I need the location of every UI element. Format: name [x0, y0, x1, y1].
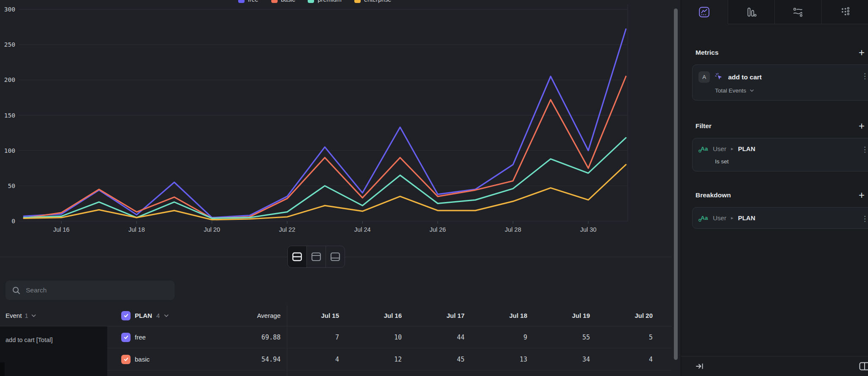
- add-filter-button[interactable]: +: [859, 121, 865, 131]
- search-row: Search: [6, 281, 672, 300]
- svg-text:Jul 30: Jul 30: [580, 226, 597, 233]
- table-header: Event 1 PLAN 4 Average Jul 15Jul: [0, 305, 672, 326]
- breakdown-title: Breakdown: [696, 191, 731, 199]
- scroll-corner: [0, 362, 5, 376]
- legend-swatch: [308, 0, 314, 3]
- row-label: basic: [135, 356, 150, 363]
- legend-swatch: [271, 0, 278, 3]
- analytics-app: freebasicpremiumenterprise 0501001502002…: [0, 0, 868, 376]
- table-row-premium: premium33.0057275274: [107, 370, 672, 376]
- tab-bar-chart[interactable]: [728, 0, 775, 24]
- row-value: 5: [601, 334, 664, 341]
- chart-line-free[interactable]: [24, 29, 626, 218]
- legend-item-free[interactable]: free: [238, 0, 259, 3]
- add-breakdown-button[interactable]: +: [859, 190, 865, 200]
- events-line-chart[interactable]: 050100150200250300Jul 16Jul 18Jul 20Jul …: [0, 0, 672, 238]
- chart-legend: freebasicpremiumenterprise: [0, 0, 629, 3]
- filter-card[interactable]: Aa User ▸ PLAN ⋮ Is set: [692, 138, 868, 171]
- kebab-menu-icon[interactable]: ⋮: [861, 72, 868, 81]
- kebab-menu-icon[interactable]: ⋮: [861, 145, 868, 154]
- legend-swatch: [238, 0, 245, 3]
- vertical-scrollbar[interactable]: [674, 8, 678, 360]
- event-label: Event: [6, 312, 22, 319]
- svg-text:Jul 24: Jul 24: [354, 226, 371, 233]
- legend-item-premium[interactable]: premium: [308, 0, 341, 3]
- svg-text:100: 100: [4, 147, 15, 154]
- svg-text:0: 0: [11, 218, 15, 224]
- event-click-icon: [715, 73, 723, 81]
- row-average: 33.00: [220, 370, 287, 376]
- row-checkbox[interactable]: [121, 355, 131, 364]
- row-value: 9: [476, 334, 538, 341]
- chevron-down-icon: [31, 314, 36, 317]
- legend-item-enterprise[interactable]: enterprise: [354, 0, 391, 3]
- event-column-header[interactable]: Event 1: [0, 312, 107, 319]
- svg-text:Jul 16: Jul 16: [53, 226, 70, 233]
- svg-text:Aa: Aa: [701, 215, 708, 221]
- bar-chart-icon: [746, 6, 757, 18]
- metrics-section-header: Metrics +: [696, 48, 865, 58]
- text-property-icon: Aa: [698, 214, 708, 222]
- chevron-down-icon: [164, 314, 169, 317]
- filter-title: Filter: [696, 122, 712, 130]
- svg-text:50: 50: [8, 182, 15, 189]
- check-icon: [123, 356, 129, 362]
- kebab-menu-icon[interactable]: ⋮: [861, 214, 868, 223]
- top-view-icon: [311, 252, 321, 261]
- date-column-header[interactable]: Jul 20: [601, 312, 664, 319]
- tab-flow-chart[interactable]: [774, 0, 821, 24]
- top-view-button[interactable]: [306, 246, 326, 267]
- chart-type-tabs: [681, 0, 868, 24]
- date-column-header[interactable]: Jul 18: [476, 312, 538, 319]
- chart-legend-strip: freebasicpremiumenterprise: [0, 0, 629, 6]
- check-icon: [123, 334, 129, 340]
- chevron-down-icon: [750, 89, 754, 92]
- filter-property: PLAN: [738, 145, 755, 152]
- breakdown-card[interactable]: Aa User ▸ PLAN ⋮: [692, 207, 868, 229]
- table-row-free: free69.88710449555: [107, 326, 672, 348]
- bottom-view-icon: [330, 252, 340, 261]
- table-body: add to cart [Total] free69.88710449555ba…: [0, 326, 672, 376]
- tab-more-charts[interactable]: [821, 0, 868, 24]
- filter-operator[interactable]: Is set: [715, 158, 867, 165]
- average-label: Average: [257, 312, 281, 319]
- row-checkbox[interactable]: [121, 333, 131, 342]
- date-column-header[interactable]: Jul 17: [413, 312, 476, 319]
- main-area: freebasicpremiumenterprise 0501001502002…: [0, 0, 672, 376]
- legend-item-basic[interactable]: basic: [271, 0, 295, 3]
- filter-section-header: Filter +: [696, 121, 865, 131]
- row-value: 45: [413, 356, 476, 363]
- metric-measure-dropdown[interactable]: Total Events: [715, 87, 867, 94]
- row-value: 55: [538, 334, 601, 341]
- config-panel: Metrics + A add to cart ⋮ Total Events: [681, 0, 868, 376]
- table-rows: free69.88710449555basic54.944124513344pr…: [107, 326, 672, 376]
- tab-line-chart[interactable]: [681, 0, 728, 24]
- date-column-header[interactable]: Jul 16: [350, 312, 413, 319]
- split-view-button[interactable]: [288, 246, 306, 267]
- plan-column-header[interactable]: PLAN 4: [107, 311, 220, 320]
- collapse-panel-icon[interactable]: [696, 362, 704, 370]
- date-column-header[interactable]: Jul 19: [538, 312, 601, 319]
- bottom-view-button[interactable]: [326, 246, 345, 267]
- breakdown-property: PLAN: [738, 214, 755, 222]
- add-metric-button[interactable]: +: [859, 48, 865, 58]
- columns-layout-icon[interactable]: [859, 362, 868, 370]
- search-icon: [12, 286, 20, 295]
- row-value: 34: [538, 356, 601, 363]
- svg-text:Jul 26: Jul 26: [429, 226, 446, 233]
- event-count: 1: [25, 312, 28, 319]
- legend-swatch: [354, 0, 361, 3]
- svg-text:Jul 22: Jul 22: [279, 226, 295, 233]
- metric-card[interactable]: A add to cart ⋮ Total Events: [692, 65, 868, 101]
- row-group-cell[interactable]: add to cart [Total]: [0, 326, 107, 376]
- search-input[interactable]: Search: [6, 281, 175, 300]
- average-column-header[interactable]: Average: [220, 305, 287, 326]
- chart-line-enterprise[interactable]: [24, 165, 626, 220]
- svg-text:Jul 18: Jul 18: [128, 226, 145, 233]
- date-column-header[interactable]: Jul 15: [287, 312, 350, 319]
- metric-badge: A: [698, 71, 710, 83]
- plan-checkbox[interactable]: [121, 311, 131, 320]
- grid-dots-icon: [839, 6, 851, 18]
- search-placeholder: Search: [26, 286, 47, 294]
- split-view-icon: [292, 252, 302, 261]
